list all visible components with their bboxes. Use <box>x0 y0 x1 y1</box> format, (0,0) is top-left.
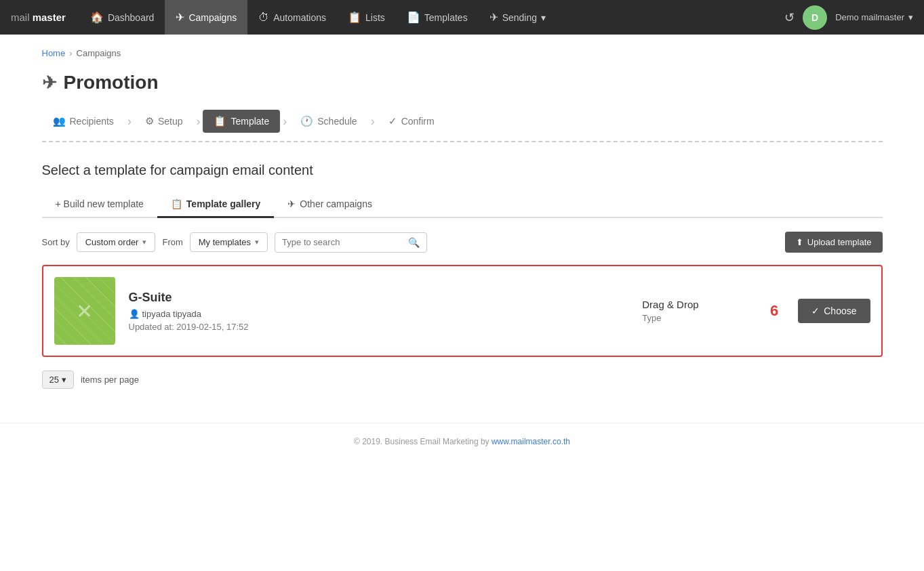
tab-build-label: + Build new template <box>56 198 144 209</box>
filter-bar: Sort by Custom order ▾ From My templates… <box>42 232 883 253</box>
footer-link[interactable]: www.mailmaster.co.th <box>491 437 570 446</box>
main-content: Home › Campaigns ✈ Promotion 👥 Recipient… <box>0 35 924 571</box>
tab-gallery-label: Template gallery <box>186 198 260 209</box>
campaigns-icon: ✈ <box>176 11 184 24</box>
page-title-section: ✈ Promotion <box>42 72 883 93</box>
tab-build-new[interactable]: + Build new template <box>42 192 157 218</box>
recipients-icon: 👥 <box>53 115 66 127</box>
section-title: Select a template for campaign email con… <box>42 163 883 178</box>
chevron-down-icon: ▾ <box>908 12 913 22</box>
nav-item-campaigns[interactable]: ✈ Campaigns <box>165 0 247 35</box>
sort-chevron-icon: ▾ <box>142 238 146 247</box>
step-template[interactable]: 📋 Template <box>203 110 280 133</box>
step-separator-4: › <box>371 114 375 129</box>
step-separator-2: › <box>196 114 200 129</box>
pagination-bar: 25 ▾ items per page <box>42 371 883 389</box>
template-info: G-Suite 👤 tipyada tipyada Updated at: 20… <box>129 291 629 332</box>
template-type-sub: Type <box>642 313 750 323</box>
gallery-icon: 📋 <box>171 198 182 209</box>
upload-icon: ⬆ <box>796 237 803 247</box>
template-name: G-Suite <box>129 291 629 305</box>
step-separator-1: › <box>127 114 132 129</box>
tab-other-campaigns[interactable]: ✈ Other campaigns <box>274 192 386 218</box>
breadcrumb-current: Campaigns <box>77 48 121 58</box>
templates-icon: 📄 <box>407 11 420 24</box>
other-campaigns-icon: ✈ <box>287 198 296 209</box>
template-type: Drag & Drop Type <box>642 299 750 323</box>
template-type-label: Drag & Drop <box>642 299 750 310</box>
page-footer: © 2019. Business Email Marketing by www.… <box>0 423 924 460</box>
template-icon: 📋 <box>214 115 226 127</box>
search-icon: 🔍 <box>408 237 420 248</box>
user-icon: 👤 <box>129 309 140 319</box>
per-page-chevron-icon: ▾ <box>62 375 66 385</box>
template-thumbnail <box>54 277 115 345</box>
step-confirm[interactable]: ✓ Confirm <box>378 110 445 133</box>
user-menu[interactable]: Demo mailmaster ▾ <box>835 12 913 22</box>
upload-template-button[interactable]: ⬆ Upload template <box>785 232 883 253</box>
tabs-bar: + Build new template 📋 Template gallery … <box>42 192 883 218</box>
tab-template-gallery[interactable]: 📋 Template gallery <box>157 192 274 218</box>
check-icon: ✓ <box>811 305 820 316</box>
home-icon: 🏠 <box>90 11 104 24</box>
confirm-icon: ✓ <box>388 115 397 127</box>
nav-item-automations[interactable]: ⏱ Automations <box>247 0 337 35</box>
search-input[interactable] <box>282 237 404 247</box>
step-schedule[interactable]: 🕐 Schedule <box>289 110 367 133</box>
step-recipients[interactable]: 👥 Recipients <box>42 110 125 133</box>
breadcrumb: Home › Campaigns <box>42 48 883 58</box>
template-list: G-Suite 👤 tipyada tipyada Updated at: 20… <box>42 265 883 357</box>
choose-button[interactable]: ✓ Choose <box>798 299 870 323</box>
sort-select[interactable]: Custom order ▾ <box>77 232 156 252</box>
from-chevron-icon: ▾ <box>255 238 259 247</box>
nav-item-templates[interactable]: 📄 Templates <box>396 0 479 35</box>
per-page-select[interactable]: 25 ▾ <box>42 371 74 389</box>
template-updated: Updated at: 2019-02-15, 17:52 <box>129 322 629 332</box>
send-icon: ✈ <box>42 72 57 93</box>
tab-other-label: Other campaigns <box>300 198 372 209</box>
chevron-down-icon: ▾ <box>541 12 546 23</box>
breadcrumb-home[interactable]: Home <box>42 48 66 58</box>
template-user: 👤 tipyada tipyada <box>129 309 629 319</box>
avatar: D <box>803 5 827 30</box>
breadcrumb-separator: › <box>69 48 72 58</box>
from-label: From <box>162 237 182 247</box>
search-box: 🔍 <box>275 232 427 253</box>
table-row: G-Suite 👤 tipyada tipyada Updated at: 20… <box>42 265 883 357</box>
schedule-icon: 🕐 <box>300 115 313 127</box>
per-page-value: 25 <box>49 375 59 385</box>
nav-item-dashboard[interactable]: 🏠 Dashboard <box>79 0 165 35</box>
lists-icon: 📋 <box>348 11 361 24</box>
nav-item-lists[interactable]: 📋 Lists <box>337 0 396 35</box>
steps-bar: 👥 Recipients › ⚙ Setup › 📋 Template › 🕐 … <box>42 110 883 142</box>
template-number: 6 <box>764 302 784 320</box>
sort-value: Custom order <box>85 237 139 247</box>
nav-item-sending[interactable]: ✈ Sending ▾ <box>479 0 557 35</box>
sending-icon: ✈ <box>489 11 498 24</box>
step-separator-3: › <box>283 114 287 129</box>
page-title: Promotion <box>64 72 159 93</box>
nav-right: ↺ D Demo mailmaster ▾ <box>784 5 913 30</box>
per-page-label: items per page <box>81 375 139 385</box>
nav-items: 🏠 Dashboard ✈ Campaigns ⏱ Automations 📋 … <box>79 0 784 35</box>
from-select[interactable]: My templates ▾ <box>190 232 268 252</box>
step-setup[interactable]: ⚙ Setup <box>134 110 194 133</box>
refresh-button[interactable]: ↺ <box>784 10 795 25</box>
top-navigation: mail master 🏠 Dashboard ✈ Campaigns ⏱ Au… <box>0 0 924 35</box>
from-value: My templates <box>199 237 251 247</box>
setup-icon: ⚙ <box>145 115 154 127</box>
brand-logo[interactable]: mail master <box>11 12 66 23</box>
sort-label: Sort by <box>42 237 70 247</box>
automations-icon: ⏱ <box>258 12 269 24</box>
